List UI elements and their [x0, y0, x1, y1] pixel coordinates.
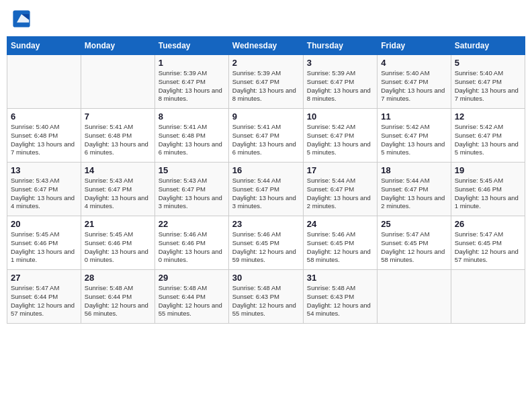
day-info: Sunrise: 5:41 AM Sunset: 6:47 PM Dayligh… [232, 123, 300, 157]
day-number: 12 [455, 111, 521, 122]
day-number: 29 [159, 273, 225, 283]
day-number: 25 [381, 219, 447, 229]
calendar-cell: 24Sunrise: 5:46 AM Sunset: 6:45 PM Dayli… [303, 216, 377, 270]
calendar-cell: 1Sunrise: 5:39 AM Sunset: 6:47 PM Daylig… [154, 55, 228, 109]
day-info: Sunrise: 5:44 AM Sunset: 6:47 PM Dayligh… [381, 177, 447, 211]
week-row-5: 27Sunrise: 5:47 AM Sunset: 6:44 PM Dayli… [7, 270, 525, 324]
day-number: 31 [307, 273, 373, 283]
week-row-3: 13Sunrise: 5:43 AM Sunset: 6:47 PM Dayli… [7, 163, 525, 216]
calendar-cell: 19Sunrise: 5:45 AM Sunset: 6:46 PM Dayli… [451, 163, 525, 216]
calendar-cell: 5Sunrise: 5:40 AM Sunset: 6:47 PM Daylig… [451, 55, 525, 109]
week-row-2: 6Sunrise: 5:40 AM Sunset: 6:48 PM Daylig… [7, 109, 525, 163]
day-info: Sunrise: 5:43 AM Sunset: 6:47 PM Dayligh… [159, 177, 225, 211]
page-header [7, 7, 525, 31]
calendar-cell: 7Sunrise: 5:41 AM Sunset: 6:48 PM Daylig… [81, 109, 154, 163]
day-number: 24 [307, 219, 373, 229]
day-info: Sunrise: 5:48 AM Sunset: 6:43 PM Dayligh… [232, 284, 300, 318]
calendar-table: SundayMondayTuesdayWednesdayThursdayFrid… [7, 36, 525, 324]
day-info: Sunrise: 5:46 AM Sunset: 6:45 PM Dayligh… [307, 230, 373, 265]
day-number: 13 [11, 165, 77, 175]
day-info: Sunrise: 5:39 AM Sunset: 6:47 PM Dayligh… [307, 69, 373, 103]
day-number: 21 [85, 219, 151, 229]
week-row-1: 1Sunrise: 5:39 AM Sunset: 6:47 PM Daylig… [7, 55, 525, 109]
day-info: Sunrise: 5:39 AM Sunset: 6:47 PM Dayligh… [232, 69, 300, 103]
col-header-tuesday: Tuesday [154, 37, 228, 55]
calendar-cell [451, 270, 525, 324]
col-header-wednesday: Wednesday [228, 37, 303, 55]
calendar-cell [378, 270, 451, 324]
day-number: 7 [85, 111, 151, 122]
day-number: 10 [307, 111, 373, 122]
calendar-cell [81, 55, 154, 109]
day-number: 23 [232, 219, 300, 229]
day-info: Sunrise: 5:47 AM Sunset: 6:45 PM Dayligh… [381, 230, 447, 265]
day-info: Sunrise: 5:44 AM Sunset: 6:47 PM Dayligh… [232, 177, 300, 211]
calendar-cell: 13Sunrise: 5:43 AM Sunset: 6:47 PM Dayli… [7, 163, 81, 216]
day-info: Sunrise: 5:48 AM Sunset: 6:44 PM Dayligh… [159, 284, 225, 318]
day-number: 5 [455, 58, 521, 68]
day-number: 15 [159, 165, 225, 175]
calendar-cell: 15Sunrise: 5:43 AM Sunset: 6:47 PM Dayli… [154, 163, 228, 216]
calendar-cell: 9Sunrise: 5:41 AM Sunset: 6:47 PM Daylig… [228, 109, 303, 163]
calendar-cell: 17Sunrise: 5:44 AM Sunset: 6:47 PM Dayli… [303, 163, 377, 216]
calendar-cell: 20Sunrise: 5:45 AM Sunset: 6:46 PM Dayli… [7, 216, 81, 270]
week-row-4: 20Sunrise: 5:45 AM Sunset: 6:46 PM Dayli… [7, 216, 525, 270]
day-info: Sunrise: 5:42 AM Sunset: 6:47 PM Dayligh… [455, 123, 521, 157]
calendar-cell: 16Sunrise: 5:44 AM Sunset: 6:47 PM Dayli… [228, 163, 303, 216]
calendar-cell: 30Sunrise: 5:48 AM Sunset: 6:43 PM Dayli… [228, 270, 303, 324]
calendar-cell: 22Sunrise: 5:46 AM Sunset: 6:46 PM Dayli… [154, 216, 228, 270]
calendar-cell: 26Sunrise: 5:47 AM Sunset: 6:45 PM Dayli… [451, 216, 525, 270]
col-header-saturday: Saturday [451, 37, 525, 55]
col-header-friday: Friday [378, 37, 451, 55]
day-number: 18 [381, 165, 447, 175]
day-number: 28 [85, 273, 151, 283]
day-info: Sunrise: 5:40 AM Sunset: 6:47 PM Dayligh… [381, 69, 447, 103]
calendar-header-row: SundayMondayTuesdayWednesdayThursdayFrid… [7, 37, 525, 55]
day-info: Sunrise: 5:45 AM Sunset: 6:46 PM Dayligh… [11, 230, 77, 265]
logo [12, 9, 34, 28]
day-info: Sunrise: 5:47 AM Sunset: 6:44 PM Dayligh… [11, 284, 77, 318]
day-number: 2 [232, 58, 300, 68]
calendar-cell: 29Sunrise: 5:48 AM Sunset: 6:44 PM Dayli… [154, 270, 228, 324]
day-number: 3 [307, 58, 373, 68]
day-number: 26 [455, 219, 521, 229]
day-number: 4 [381, 58, 447, 68]
calendar-cell: 6Sunrise: 5:40 AM Sunset: 6:48 PM Daylig… [7, 109, 81, 163]
calendar-cell: 31Sunrise: 5:48 AM Sunset: 6:43 PM Dayli… [303, 270, 377, 324]
col-header-sunday: Sunday [7, 37, 81, 55]
calendar-cell: 14Sunrise: 5:43 AM Sunset: 6:47 PM Dayli… [81, 163, 154, 216]
calendar-cell: 3Sunrise: 5:39 AM Sunset: 6:47 PM Daylig… [303, 55, 377, 109]
day-info: Sunrise: 5:39 AM Sunset: 6:47 PM Dayligh… [159, 69, 225, 103]
day-info: Sunrise: 5:40 AM Sunset: 6:48 PM Dayligh… [11, 123, 77, 157]
calendar-cell: 8Sunrise: 5:41 AM Sunset: 6:48 PM Daylig… [154, 109, 228, 163]
calendar-cell: 10Sunrise: 5:42 AM Sunset: 6:47 PM Dayli… [303, 109, 377, 163]
calendar-cell: 23Sunrise: 5:46 AM Sunset: 6:45 PM Dayli… [228, 216, 303, 270]
calendar-cell: 27Sunrise: 5:47 AM Sunset: 6:44 PM Dayli… [7, 270, 81, 324]
day-info: Sunrise: 5:44 AM Sunset: 6:47 PM Dayligh… [307, 177, 373, 211]
day-info: Sunrise: 5:42 AM Sunset: 6:47 PM Dayligh… [381, 123, 447, 157]
day-number: 30 [232, 273, 300, 283]
day-info: Sunrise: 5:41 AM Sunset: 6:48 PM Dayligh… [85, 123, 151, 157]
col-header-monday: Monday [81, 37, 154, 55]
calendar-cell: 21Sunrise: 5:45 AM Sunset: 6:46 PM Dayli… [81, 216, 154, 270]
day-info: Sunrise: 5:43 AM Sunset: 6:47 PM Dayligh… [11, 177, 77, 211]
day-number: 19 [455, 165, 521, 175]
day-info: Sunrise: 5:48 AM Sunset: 6:43 PM Dayligh… [307, 284, 373, 318]
calendar-cell: 12Sunrise: 5:42 AM Sunset: 6:47 PM Dayli… [451, 109, 525, 163]
day-number: 6 [11, 111, 77, 122]
day-number: 14 [85, 165, 151, 175]
day-number: 22 [159, 219, 225, 229]
day-info: Sunrise: 5:40 AM Sunset: 6:47 PM Dayligh… [455, 69, 521, 103]
logo-icon [12, 9, 31, 28]
day-number: 16 [232, 165, 300, 175]
calendar-cell: 2Sunrise: 5:39 AM Sunset: 6:47 PM Daylig… [228, 55, 303, 109]
day-number: 9 [232, 111, 300, 122]
day-info: Sunrise: 5:43 AM Sunset: 6:47 PM Dayligh… [85, 177, 151, 211]
day-info: Sunrise: 5:47 AM Sunset: 6:45 PM Dayligh… [455, 230, 521, 265]
day-number: 27 [11, 273, 77, 283]
day-info: Sunrise: 5:48 AM Sunset: 6:44 PM Dayligh… [85, 284, 151, 318]
day-number: 8 [159, 111, 225, 122]
calendar-cell: 11Sunrise: 5:42 AM Sunset: 6:47 PM Dayli… [378, 109, 451, 163]
day-info: Sunrise: 5:45 AM Sunset: 6:46 PM Dayligh… [455, 177, 521, 211]
calendar-cell: 28Sunrise: 5:48 AM Sunset: 6:44 PM Dayli… [81, 270, 154, 324]
